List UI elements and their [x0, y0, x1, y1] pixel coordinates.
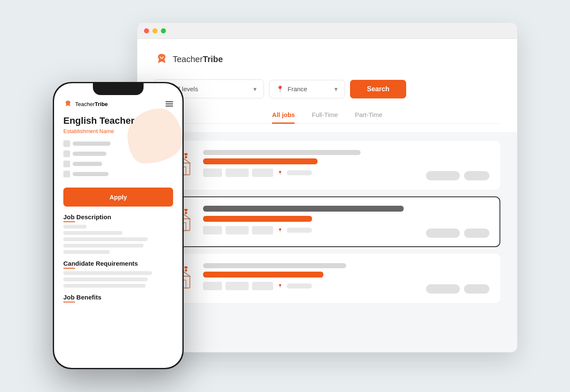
job-card-3[interactable]: 📍 — [154, 254, 500, 303]
meta-row-4 — [63, 171, 173, 177]
action-pill — [426, 284, 460, 294]
location-pin-icon: 📍 — [276, 85, 284, 93]
action-pill — [426, 171, 460, 180]
logo: TeacherTribe — [154, 52, 500, 67]
action-pill — [464, 284, 489, 294]
tab-full-time[interactable]: Full-Time — [312, 111, 338, 123]
meta-row-1 — [63, 140, 173, 147]
meta-value — [73, 162, 102, 166]
tag — [203, 282, 222, 290]
meta-value — [73, 152, 106, 156]
job-title-dark-bar — [203, 206, 404, 212]
chevron-down-icon: ▾ — [253, 85, 257, 93]
desc-line — [63, 244, 144, 248]
svg-rect-6 — [184, 153, 187, 155]
svg-rect-20 — [184, 266, 187, 268]
location-bar — [287, 228, 312, 233]
tab-part-time[interactable]: Part-Time — [355, 111, 382, 123]
location-bar — [287, 170, 312, 175]
desc-line — [63, 284, 146, 288]
tag — [225, 226, 249, 234]
titlebar — [137, 23, 517, 39]
desc-line — [63, 225, 87, 229]
maximize-dot — [161, 28, 166, 33]
phone-mockup: TeacherTribe English Teacher Establishme… — [53, 82, 184, 369]
phone-logo-icon — [63, 99, 73, 109]
chevron-down-icon: ▾ — [334, 85, 338, 93]
hamburger-menu[interactable] — [166, 101, 173, 106]
location-value: France — [288, 85, 307, 93]
calendar-icon — [63, 140, 70, 147]
desc-line — [63, 250, 110, 254]
logo-text: TeacherTribe — [173, 54, 223, 64]
job-card-2[interactable]: 📍 — [154, 196, 500, 247]
meta-value — [73, 142, 111, 146]
phone-logo: TeacherTribe — [63, 99, 108, 109]
candidate-requirements-title: Candidate Requirements — [63, 260, 173, 269]
job-card-1[interactable]: 📍 — [154, 141, 500, 190]
tag — [225, 169, 249, 177]
desc-line — [63, 237, 148, 241]
job-title-orange-bar — [203, 216, 312, 222]
phone-screen: TeacherTribe English Teacher Establishme… — [54, 83, 182, 368]
job-tabs: All jobs Full-Time Part-Time — [154, 111, 500, 124]
desktop-mockup: TeacherTribe 🔍 All levels ▾ 📍 France ▾ S… — [137, 23, 517, 352]
desc-line — [63, 271, 152, 275]
job-actions-2 — [426, 229, 489, 238]
skeleton-line — [203, 263, 346, 268]
job-actions-3 — [426, 284, 489, 294]
job-description-title: Job Description — [63, 213, 173, 222]
phone-header: TeacherTribe — [63, 99, 173, 109]
close-dot — [144, 28, 149, 33]
logo-icon — [154, 52, 169, 67]
clock-icon — [63, 150, 70, 157]
info-icon — [63, 171, 70, 177]
apply-button[interactable]: Apply — [63, 188, 173, 207]
phone-job-title: English Teacher — [63, 115, 173, 126]
skeleton-line — [203, 150, 361, 155]
candidate-requirements-content — [63, 271, 173, 288]
phone-notch — [93, 83, 144, 95]
jobs-list: 📍 — [137, 132, 517, 352]
tag — [225, 282, 249, 290]
location-icon — [63, 161, 70, 167]
tab-all-jobs[interactable]: All jobs — [272, 111, 295, 123]
job-title-bar — [203, 158, 318, 164]
job-actions-1 — [426, 171, 489, 180]
location-dropdown[interactable]: 📍 France ▾ — [269, 80, 345, 98]
tag — [252, 282, 273, 290]
meta-row-3 — [63, 161, 173, 167]
desc-line — [63, 231, 122, 235]
job-title-bar — [203, 272, 323, 278]
meta-value — [73, 172, 109, 176]
phone-main: English Teacher Establishment Name — [63, 115, 173, 302]
search-button[interactable]: Search — [350, 80, 406, 98]
location-bar — [287, 283, 312, 289]
svg-rect-13 — [184, 209, 187, 211]
action-pill — [464, 171, 489, 180]
phone-establishment: Establishment Name — [63, 128, 173, 134]
desc-line — [63, 278, 148, 281]
tag — [252, 169, 273, 177]
job-description-content — [63, 225, 173, 254]
action-pill — [426, 229, 460, 238]
search-bar: 🔍 All levels ▾ 📍 France ▾ Search — [154, 79, 500, 98]
tag — [203, 169, 222, 177]
phone-content: TeacherTribe English Teacher Establishme… — [54, 83, 182, 368]
minimize-dot — [152, 28, 157, 33]
meta-row-2 — [63, 150, 173, 157]
tag — [252, 226, 273, 234]
job-benefits-title: Job Benefits — [63, 294, 173, 302]
tag — [203, 226, 222, 234]
action-pill — [464, 229, 489, 238]
